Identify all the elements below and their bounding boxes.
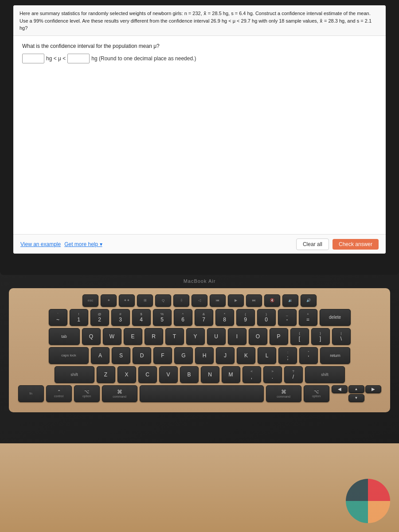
- key-w[interactable]: W: [103, 328, 121, 345]
- key-f6[interactable]: ◁: [192, 294, 207, 307]
- key-0[interactable]: )0: [257, 309, 276, 326]
- key-shift-left[interactable]: shift: [55, 366, 94, 383]
- question-label: What is the confidence interval for the …: [22, 43, 377, 49]
- key-3[interactable]: #3: [111, 309, 130, 326]
- key-arrow-down[interactable]: ▼: [348, 394, 364, 402]
- key-x[interactable]: X: [117, 366, 136, 383]
- key-b[interactable]: B: [180, 366, 199, 383]
- arrow-cluster: ◀ ▲ ▼ ▶: [332, 385, 381, 402]
- key-f12[interactable]: 🔊: [301, 294, 317, 307]
- view-example-button[interactable]: View an example: [20, 241, 61, 247]
- corner-decor: [346, 479, 390, 523]
- macbook-label: MacBook Air: [184, 278, 216, 284]
- key-m[interactable]: M: [222, 366, 240, 383]
- key-f9[interactable]: ⏭: [246, 294, 262, 307]
- key-bracket-right[interactable]: }]: [311, 328, 330, 345]
- get-more-help-button[interactable]: Get more help ▾: [64, 241, 102, 247]
- key-caps[interactable]: caps lock: [49, 347, 89, 364]
- key-command-right[interactable]: ⌘command: [266, 385, 301, 402]
- key-v[interactable]: V: [159, 366, 178, 383]
- key-command-left[interactable]: ⌘command: [102, 385, 137, 402]
- number-row: `~ !1 @2 #3 $4 %5 ^6 &7 *8 (9 )0 _- += d…: [16, 309, 383, 326]
- key-slash[interactable]: ?/: [284, 366, 303, 383]
- clear-all-button[interactable]: Clear all: [296, 239, 329, 250]
- bottom-bar: View an example Get more help ▾ Clear al…: [13, 234, 386, 254]
- qwerty-row: tab Q W E R T Y U I O P {[ }] |\: [16, 328, 383, 345]
- key-esc[interactable]: esc: [82, 294, 98, 307]
- key-n[interactable]: N: [201, 366, 219, 383]
- key-t[interactable]: T: [165, 328, 184, 345]
- key-ctrl-left[interactable]: ⌃control: [46, 385, 72, 402]
- key-arrow-left[interactable]: ◀: [332, 385, 348, 393]
- key-c[interactable]: C: [138, 366, 157, 383]
- key-k[interactable]: K: [237, 347, 255, 364]
- key-8[interactable]: *8: [215, 309, 234, 326]
- key-option-right[interactable]: ⌥option: [304, 385, 329, 402]
- key-7[interactable]: &7: [195, 309, 213, 326]
- problem-text: Here are summary statistics for randomly…: [13, 5, 386, 36]
- key-l[interactable]: L: [258, 347, 276, 364]
- key-h[interactable]: H: [195, 347, 214, 364]
- asdf-row: caps lock A S D F G H J K L :; "' return: [16, 347, 383, 364]
- key-shift-right[interactable]: shift: [305, 366, 345, 383]
- key-q[interactable]: Q: [82, 328, 101, 345]
- key-6[interactable]: ^6: [174, 309, 192, 326]
- key-f8[interactable]: ▶: [228, 294, 244, 307]
- key-arrow-right[interactable]: ▶: [365, 385, 381, 393]
- key-4[interactable]: $4: [132, 309, 151, 326]
- key-return[interactable]: return: [320, 347, 350, 364]
- key-9[interactable]: (9: [236, 309, 255, 326]
- key-bracket-left[interactable]: {[: [290, 328, 309, 345]
- key-r[interactable]: R: [145, 328, 163, 345]
- screen-bezel: Here are summary statistics for randomly…: [0, 0, 399, 275]
- key-u[interactable]: U: [207, 328, 226, 345]
- key-f[interactable]: F: [153, 347, 172, 364]
- key-f5[interactable]: ⇩: [173, 294, 189, 307]
- key-o[interactable]: O: [249, 328, 267, 345]
- key-e[interactable]: E: [124, 328, 142, 345]
- check-answer-button[interactable]: Check answer: [332, 239, 379, 250]
- key-j[interactable]: J: [216, 347, 235, 364]
- key-delete[interactable]: delete: [320, 309, 351, 326]
- key-semicolon[interactable]: :;: [278, 347, 297, 364]
- key-space[interactable]: [140, 385, 264, 402]
- key-1[interactable]: !1: [70, 309, 88, 326]
- key-f10[interactable]: 🔇: [264, 294, 280, 307]
- key-period[interactable]: >.: [263, 366, 282, 383]
- input-row: hg < μ < hg (Round to one decimal place …: [22, 54, 377, 63]
- key-5[interactable]: %5: [153, 309, 172, 326]
- key-minus[interactable]: _-: [278, 309, 297, 326]
- key-f11[interactable]: 🔉: [282, 294, 298, 307]
- question-area: What is the confidence interval for the …: [13, 36, 386, 70]
- key-tilde[interactable]: `~: [49, 309, 67, 326]
- key-comma[interactable]: <,: [243, 366, 261, 383]
- key-f2[interactable]: ✦✦: [119, 294, 135, 307]
- keyboard-section: esc ✦ ✦✦ ⊞ Q ⇩ ◁ ⏮ ▶ ⏭ 🔇 🔉 🔊 `~ !1 @2 #3: [9, 288, 390, 443]
- key-option-left[interactable]: ⌥option: [74, 385, 100, 402]
- key-s[interactable]: S: [112, 347, 130, 364]
- fn-row: esc ✦ ✦✦ ⊞ Q ⇩ ◁ ⏮ ▶ ⏭ 🔇 🔉 🔊: [16, 294, 383, 307]
- laptop-body: Here are summary statistics for randomly…: [0, 0, 399, 532]
- key-y[interactable]: Y: [186, 328, 205, 345]
- key-f3[interactable]: ⊞: [137, 294, 153, 307]
- key-equals[interactable]: +=: [299, 309, 317, 326]
- key-2[interactable]: @2: [90, 309, 109, 326]
- key-p[interactable]: P: [270, 328, 288, 345]
- zxcv-row: shift Z X C V B N M <, >. ?/ shift: [16, 366, 383, 383]
- key-arrow-up[interactable]: ▲: [348, 385, 364, 393]
- upper-bound-input[interactable]: [67, 54, 90, 63]
- key-a[interactable]: A: [91, 347, 110, 364]
- bottom-row: fn ⌃control ⌥option ⌘command ⌘command ⌥o…: [16, 385, 383, 402]
- key-fn[interactable]: fn: [18, 385, 44, 402]
- key-z[interactable]: Z: [97, 366, 115, 383]
- lower-bound-input[interactable]: [22, 54, 44, 63]
- key-quote[interactable]: "': [299, 347, 318, 364]
- key-g[interactable]: G: [174, 347, 193, 364]
- key-f1[interactable]: ✦: [101, 294, 117, 307]
- key-i[interactable]: I: [228, 328, 246, 345]
- key-d[interactable]: D: [133, 347, 151, 364]
- key-tab[interactable]: tab: [49, 328, 80, 345]
- key-backslash[interactable]: |\: [332, 328, 351, 345]
- key-f4[interactable]: Q: [155, 294, 171, 307]
- key-f7[interactable]: ⏮: [210, 294, 226, 307]
